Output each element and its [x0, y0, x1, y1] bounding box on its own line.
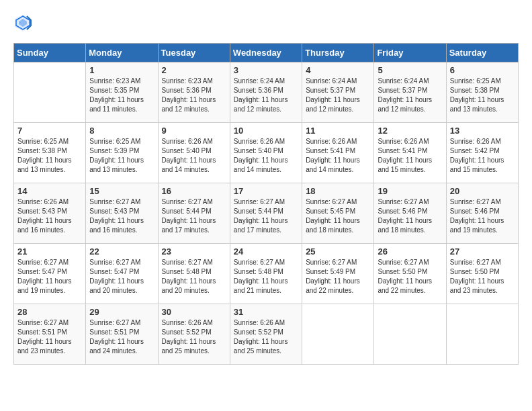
day-info: Sunrise: 6:27 AMSunset: 5:47 PMDaylight:…: [89, 258, 154, 295]
calendar-cell: 29Sunrise: 6:27 AMSunset: 5:51 PMDayligh…: [86, 304, 158, 365]
column-header-tuesday: Tuesday: [158, 44, 230, 62]
calendar-cell: 9Sunrise: 6:26 AMSunset: 5:40 PMDaylight…: [158, 123, 230, 183]
day-number: 31: [234, 307, 298, 317]
day-number: 30: [162, 307, 226, 317]
day-info: Sunrise: 6:26 AMSunset: 5:42 PMDaylight:…: [450, 137, 515, 175]
day-info: Sunrise: 6:24 AMSunset: 5:37 PMDaylight:…: [378, 77, 442, 114]
day-info: Sunrise: 6:26 AMSunset: 5:40 PMDaylight:…: [234, 137, 298, 175]
calendar-cell: 23Sunrise: 6:27 AMSunset: 5:48 PMDayligh…: [158, 244, 230, 304]
calendar-cell: 19Sunrise: 6:27 AMSunset: 5:46 PMDayligh…: [374, 183, 446, 244]
calendar-cell: 2Sunrise: 6:23 AMSunset: 5:36 PMDaylight…: [158, 62, 230, 123]
calendar-cell: 8Sunrise: 6:25 AMSunset: 5:39 PMDaylight…: [86, 123, 158, 183]
day-info: Sunrise: 6:27 AMSunset: 5:44 PMDaylight:…: [162, 197, 226, 235]
calendar-cell: 24Sunrise: 6:27 AMSunset: 5:48 PMDayligh…: [230, 244, 302, 304]
calendar-cell: 17Sunrise: 6:27 AMSunset: 5:44 PMDayligh…: [230, 183, 302, 244]
day-number: 25: [306, 246, 370, 257]
day-info: Sunrise: 6:27 AMSunset: 5:46 PMDaylight:…: [450, 197, 515, 235]
calendar-cell: 15Sunrise: 6:27 AMSunset: 5:43 PMDayligh…: [86, 183, 158, 244]
day-info: Sunrise: 6:27 AMSunset: 5:49 PMDaylight:…: [306, 258, 370, 295]
calendar-cell: [14, 62, 86, 123]
day-info: Sunrise: 6:26 AMSunset: 5:41 PMDaylight:…: [378, 137, 442, 175]
day-number: 6: [450, 65, 515, 75]
calendar-cell: [302, 304, 374, 365]
calendar-week-1: 1Sunrise: 6:23 AMSunset: 5:35 PMDaylight…: [14, 62, 519, 123]
calendar-cell: 1Sunrise: 6:23 AMSunset: 5:35 PMDaylight…: [86, 62, 158, 123]
day-number: 5: [378, 65, 442, 75]
day-number: 14: [17, 186, 82, 196]
calendar-week-2: 7Sunrise: 6:25 AMSunset: 5:38 PMDaylight…: [14, 123, 519, 183]
day-info: Sunrise: 6:26 AMSunset: 5:52 PMDaylight:…: [162, 318, 226, 356]
calendar-table: SundayMondayTuesdayWednesdayThursdayFrid…: [13, 43, 519, 365]
day-info: Sunrise: 6:27 AMSunset: 5:50 PMDaylight:…: [378, 258, 442, 295]
day-info: Sunrise: 6:27 AMSunset: 5:51 PMDaylight:…: [17, 318, 82, 356]
column-header-monday: Monday: [86, 44, 158, 62]
day-info: Sunrise: 6:27 AMSunset: 5:46 PMDaylight:…: [378, 197, 442, 235]
day-info: Sunrise: 6:25 AMSunset: 5:38 PMDaylight:…: [450, 77, 515, 114]
calendar-header: SundayMondayTuesdayWednesdayThursdayFrid…: [14, 44, 519, 62]
logo: [13, 13, 35, 32]
calendar-cell: 13Sunrise: 6:26 AMSunset: 5:42 PMDayligh…: [446, 123, 518, 183]
day-info: Sunrise: 6:23 AMSunset: 5:35 PMDaylight:…: [89, 77, 154, 114]
calendar-week-5: 28Sunrise: 6:27 AMSunset: 5:51 PMDayligh…: [14, 304, 519, 365]
calendar-cell: 5Sunrise: 6:24 AMSunset: 5:37 PMDaylight…: [374, 62, 446, 123]
day-info: Sunrise: 6:27 AMSunset: 5:47 PMDaylight:…: [17, 258, 82, 295]
calendar-cell: 27Sunrise: 6:27 AMSunset: 5:50 PMDayligh…: [446, 244, 518, 304]
day-number: 19: [378, 186, 442, 196]
day-number: 26: [378, 246, 442, 257]
calendar-cell: 25Sunrise: 6:27 AMSunset: 5:49 PMDayligh…: [302, 244, 374, 304]
day-number: 4: [306, 65, 370, 75]
day-info: Sunrise: 6:27 AMSunset: 5:48 PMDaylight:…: [162, 258, 226, 295]
day-number: 22: [89, 246, 154, 257]
day-number: 3: [234, 65, 298, 75]
day-info: Sunrise: 6:27 AMSunset: 5:48 PMDaylight:…: [234, 258, 298, 295]
day-number: 20: [450, 186, 515, 196]
calendar-cell: 3Sunrise: 6:24 AMSunset: 5:36 PMDaylight…: [230, 62, 302, 123]
calendar-cell: 6Sunrise: 6:25 AMSunset: 5:38 PMDaylight…: [446, 62, 518, 123]
calendar-cell: 26Sunrise: 6:27 AMSunset: 5:50 PMDayligh…: [374, 244, 446, 304]
column-header-sunday: Sunday: [14, 44, 86, 62]
day-number: 27: [450, 246, 515, 257]
calendar-cell: [374, 304, 446, 365]
day-info: Sunrise: 6:26 AMSunset: 5:41 PMDaylight:…: [306, 137, 370, 175]
day-info: Sunrise: 6:27 AMSunset: 5:51 PMDaylight:…: [89, 318, 154, 356]
day-info: Sunrise: 6:25 AMSunset: 5:38 PMDaylight:…: [17, 137, 82, 175]
column-header-friday: Friday: [374, 44, 446, 62]
calendar-cell: 10Sunrise: 6:26 AMSunset: 5:40 PMDayligh…: [230, 123, 302, 183]
calendar-cell: 22Sunrise: 6:27 AMSunset: 5:47 PMDayligh…: [86, 244, 158, 304]
day-number: 11: [306, 126, 370, 136]
day-number: 21: [17, 246, 82, 257]
calendar-cell: 12Sunrise: 6:26 AMSunset: 5:41 PMDayligh…: [374, 123, 446, 183]
day-info: Sunrise: 6:27 AMSunset: 5:44 PMDaylight:…: [234, 197, 298, 235]
calendar-cell: 31Sunrise: 6:26 AMSunset: 5:52 PMDayligh…: [230, 304, 302, 365]
logo-icon: [13, 13, 32, 32]
day-info: Sunrise: 6:27 AMSunset: 5:50 PMDaylight:…: [450, 258, 515, 295]
calendar-cell: 14Sunrise: 6:26 AMSunset: 5:43 PMDayligh…: [14, 183, 86, 244]
day-info: Sunrise: 6:25 AMSunset: 5:39 PMDaylight:…: [89, 137, 154, 175]
day-number: 18: [306, 186, 370, 196]
day-number: 10: [234, 126, 298, 136]
day-info: Sunrise: 6:24 AMSunset: 5:36 PMDaylight:…: [234, 77, 298, 114]
day-number: 15: [89, 186, 154, 196]
day-info: Sunrise: 6:27 AMSunset: 5:43 PMDaylight:…: [89, 197, 154, 235]
header-row: SundayMondayTuesdayWednesdayThursdayFrid…: [14, 44, 519, 62]
day-number: 7: [17, 126, 82, 136]
day-number: 24: [234, 246, 298, 257]
day-number: 13: [450, 126, 515, 136]
day-info: Sunrise: 6:24 AMSunset: 5:37 PMDaylight:…: [306, 77, 370, 114]
calendar-week-4: 21Sunrise: 6:27 AMSunset: 5:47 PMDayligh…: [14, 244, 519, 304]
calendar-cell: 30Sunrise: 6:26 AMSunset: 5:52 PMDayligh…: [158, 304, 230, 365]
day-info: Sunrise: 6:23 AMSunset: 5:36 PMDaylight:…: [162, 77, 226, 114]
calendar-body: 1Sunrise: 6:23 AMSunset: 5:35 PMDaylight…: [14, 62, 519, 365]
calendar-cell: 7Sunrise: 6:25 AMSunset: 5:38 PMDaylight…: [14, 123, 86, 183]
day-number: 2: [162, 65, 226, 75]
calendar-cell: 21Sunrise: 6:27 AMSunset: 5:47 PMDayligh…: [14, 244, 86, 304]
day-number: 16: [162, 186, 226, 196]
calendar-cell: 4Sunrise: 6:24 AMSunset: 5:37 PMDaylight…: [302, 62, 374, 123]
column-header-saturday: Saturday: [446, 44, 518, 62]
day-info: Sunrise: 6:26 AMSunset: 5:40 PMDaylight:…: [162, 137, 226, 175]
calendar-cell: 28Sunrise: 6:27 AMSunset: 5:51 PMDayligh…: [14, 304, 86, 365]
day-number: 8: [89, 126, 154, 136]
calendar-week-3: 14Sunrise: 6:26 AMSunset: 5:43 PMDayligh…: [14, 183, 519, 244]
calendar-cell: [446, 304, 518, 365]
day-number: 12: [378, 126, 442, 136]
